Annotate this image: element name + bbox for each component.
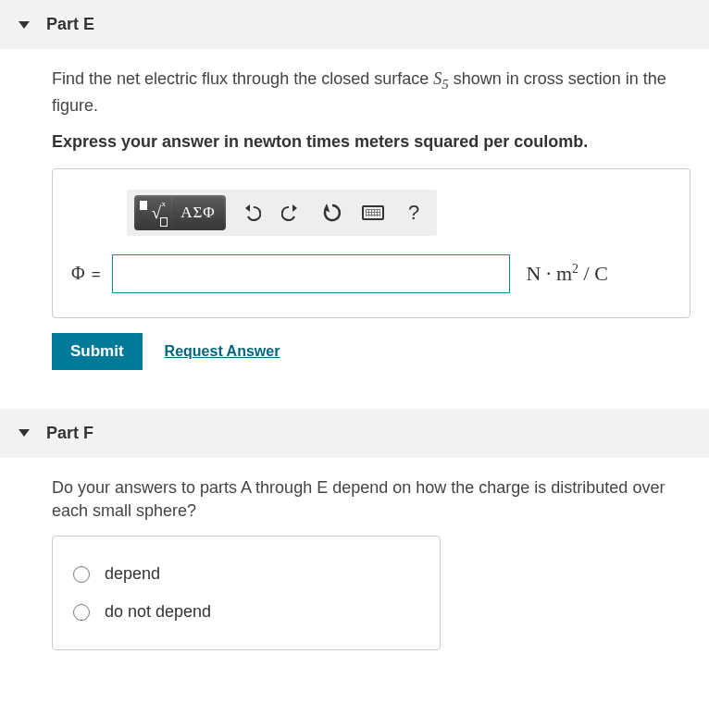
question-sub: 5 — [442, 77, 449, 92]
part-f-title: Part F — [46, 424, 93, 443]
caret-down-icon — [19, 21, 30, 29]
greek-button[interactable]: ΑΣΦ — [172, 197, 224, 228]
caret-down-icon — [19, 429, 30, 437]
radio-option-do-not-depend[interactable]: do not depend — [73, 593, 419, 631]
part-e-body: Find the net electric flux through the c… — [0, 49, 709, 392]
answer-panel: x √ ΑΣΦ ? Φ = — [52, 168, 690, 318]
unit-label: N · m2 / C — [527, 262, 608, 286]
question-prefix: Find the net electric flux through the c… — [52, 69, 433, 88]
help-button[interactable]: ? — [398, 197, 429, 228]
part-e-instruction: Express your answer in newton times mete… — [52, 130, 690, 154]
templates-button[interactable]: x √ — [136, 197, 171, 228]
reset-button[interactable] — [317, 197, 348, 228]
radio-label: depend — [105, 564, 160, 584]
part-f-question: Do your answers to parts A through E dep… — [52, 476, 690, 523]
part-e-header[interactable]: Part E — [0, 0, 709, 49]
keyboard-icon — [362, 205, 384, 220]
part-f-header[interactable]: Part F — [0, 409, 709, 458]
radio-depend[interactable] — [73, 566, 90, 583]
answer-input-row: Φ = N · m2 / C — [71, 254, 671, 293]
reset-icon — [322, 203, 342, 223]
toolbar-group-math: x √ ΑΣΦ — [134, 195, 226, 230]
equation-toolbar: x √ ΑΣΦ ? — [127, 190, 437, 236]
phi-label: Φ = — [71, 263, 101, 284]
redo-button[interactable] — [276, 197, 307, 228]
part-e-title: Part E — [46, 15, 94, 34]
radio-option-depend[interactable]: depend — [73, 555, 419, 593]
radio-do-not-depend[interactable] — [73, 604, 90, 621]
radio-panel: depend do not depend — [52, 536, 441, 650]
redo-icon — [281, 204, 302, 222]
keyboard-button[interactable] — [357, 197, 389, 228]
submit-button[interactable]: Submit — [52, 333, 143, 370]
part-f-body: Do your answers to parts A through E dep… — [0, 458, 709, 672]
equals-symbol: = — [92, 265, 101, 283]
action-row: Submit Request Answer — [52, 333, 690, 370]
undo-icon — [241, 204, 261, 222]
request-answer-link[interactable]: Request Answer — [165, 343, 280, 360]
phi-symbol: Φ — [71, 263, 85, 283]
undo-button[interactable] — [235, 197, 267, 228]
part-e-question: Find the net electric flux through the c… — [52, 68, 690, 117]
radio-label: do not depend — [105, 602, 211, 622]
flux-input[interactable] — [112, 254, 510, 293]
question-var: S — [433, 69, 442, 88]
